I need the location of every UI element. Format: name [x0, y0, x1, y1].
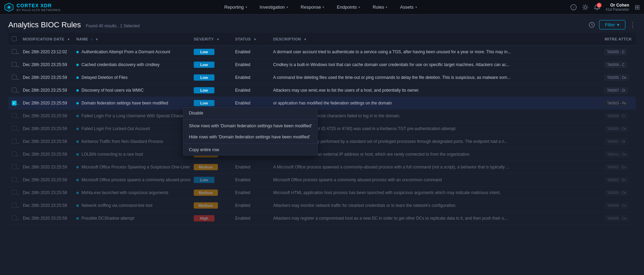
row-mitre: TA0011 - Co	[601, 148, 636, 161]
apps-grid-icon[interactable]: ⊞	[635, 3, 640, 11]
row-name: Domain federation settings have been mod…	[73, 97, 190, 110]
col-header-mitre[interactable]: Mitre Attck	[601, 33, 636, 46]
rule-indicator-dot	[76, 89, 79, 92]
table-row[interactable]: Dec 28th 2020 23:25:59Failed Login For a…	[8, 110, 636, 122]
table-row[interactable]: Dec 28th 2020 23:25:59LOLBIN connecting …	[8, 148, 636, 161]
row-date: Dec 28th 2020 23:25:59	[19, 97, 73, 110]
row-name: Failed Login For a Long Username With Sp…	[73, 110, 190, 122]
row-date: Dec 28th 2020 23:25:59	[19, 161, 73, 174]
svg-point-5	[584, 6, 586, 8]
row-checkbox[interactable]	[12, 139, 17, 144]
rule-indicator-dot	[76, 64, 79, 66]
row-date: Dec 28th 2020 23:25:58	[19, 186, 73, 199]
col-header-severity[interactable]: Severity ▼	[190, 33, 232, 46]
row-checkbox-cell	[8, 212, 19, 225]
nav-response[interactable]: Response ▾	[295, 0, 331, 15]
nav-rules[interactable]: Rules ▾	[366, 0, 394, 15]
row-checkbox[interactable]	[12, 152, 17, 156]
col-header-status[interactable]: Status ▼	[232, 33, 270, 46]
rule-indicator-dot	[76, 166, 79, 168]
settings-icon[interactable]	[582, 4, 588, 10]
desc-filter-icon[interactable]: ▼	[304, 38, 307, 41]
row-checkbox[interactable]	[12, 49, 17, 54]
table-row[interactable]: ✓Dec 28th 2020 23:25:59Domain federation…	[8, 97, 636, 110]
row-checkbox[interactable]	[12, 113, 17, 118]
row-checkbox[interactable]	[12, 164, 17, 169]
more-options-icon[interactable]: ⋮	[629, 21, 636, 29]
select-all-checkbox[interactable]	[12, 36, 17, 41]
date-filter-icon[interactable]: ▼	[67, 38, 70, 41]
row-status: Enabled	[232, 84, 270, 97]
severity-badge: Low	[194, 87, 214, 93]
row-checkbox[interactable]: ✓	[12, 101, 17, 106]
row-checkbox-cell	[8, 84, 19, 97]
filter-chevron-icon: ▾	[617, 22, 619, 27]
row-date: Dec 28th 2020 23:25:59	[19, 110, 73, 122]
rule-indicator-dot	[76, 51, 79, 53]
table-row[interactable]: Dec 28th 2020 23:25:59Delayed Deletion o…	[8, 71, 636, 84]
row-status: Enabled	[232, 186, 270, 199]
table-row[interactable]: Dec 28th 2020 23:25:59Network sniffing v…	[8, 199, 636, 212]
row-name: Failed Login For Locked-Out Account	[73, 122, 190, 135]
nav-assets[interactable]: Assets ▾	[394, 0, 423, 15]
mitre-tag: TA0002 - Ex	[605, 177, 628, 183]
severity-badge: Low	[194, 177, 214, 183]
row-name: Discovery of host users via WMIC	[73, 84, 190, 97]
row-checkbox[interactable]	[12, 216, 17, 220]
chevron-down-icon: ▾	[386, 6, 387, 9]
row-description: A command line deleting files used the t…	[270, 71, 601, 84]
row-checkbox[interactable]	[12, 75, 17, 80]
context-menu-disable[interactable]: Disable	[183, 108, 317, 119]
table-row[interactable]: Dec 28th 2020 23:25:59Failed Login For L…	[8, 122, 636, 135]
row-status: Enabled	[232, 174, 270, 186]
row-checkbox[interactable]	[12, 177, 17, 182]
select-all-header[interactable]	[8, 33, 19, 46]
row-severity: High	[190, 212, 232, 225]
status-filter-icon[interactable]: ▼	[253, 38, 257, 41]
table-row[interactable]: Dec 28th 2020 23:25:59Possible DCShadow …	[8, 212, 636, 225]
table-row[interactable]: Dec 28th 2020 23:25:58Kerberos Traffic f…	[8, 135, 636, 148]
notification-icon[interactable]: 1	[594, 4, 600, 10]
row-description: Cmdkey is a built-in Windows tool that c…	[270, 58, 601, 71]
row-severity: Low	[190, 58, 232, 71]
col-header-description[interactable]: Description ▼	[270, 33, 601, 46]
row-checkbox[interactable]	[12, 203, 17, 208]
name-sort-icon[interactable]: ↕	[91, 37, 93, 41]
row-mitre: TA0003 - Pe	[601, 97, 636, 110]
severity-filter-icon[interactable]: ▼	[217, 38, 220, 41]
nav-endpoints[interactable]: Endpoints ▾	[330, 0, 366, 15]
filter-button[interactable]: Filter ▾	[599, 20, 625, 29]
row-checkbox[interactable]	[12, 62, 17, 67]
results-label: Found 40 results , 1 Selected	[86, 24, 140, 28]
row-date: Dec 28th 2020 23:25:59	[19, 84, 73, 97]
rule-indicator-dot	[76, 128, 79, 130]
table-row[interactable]: Dec 28th 2020 23:12:02Authentication Att…	[8, 46, 636, 58]
row-name: Cached credentials discovery with cmdkey	[73, 58, 190, 71]
logo[interactable]: CORTEX XDR BY PALO ALTO NETWORKS	[4, 2, 60, 12]
table-row[interactable]: Dec 28th 2020 23:25:59Microsoft Office p…	[8, 174, 636, 186]
col-header-date[interactable]: Modification Date ▼	[19, 33, 73, 46]
mitre-tag: TA0002 - Ex	[605, 164, 628, 170]
cortex-logo-icon	[4, 2, 14, 12]
row-severity: Medium	[190, 199, 232, 212]
clock-icon[interactable]	[589, 22, 595, 28]
row-date: Dec 28th 2020 23:25:59	[19, 148, 73, 161]
row-checkbox[interactable]	[12, 88, 17, 92]
row-name: Kerberos Traffic from Non-Standard Proce…	[73, 135, 190, 148]
name-filter-icon[interactable]: ▼	[95, 38, 98, 41]
col-header-name[interactable]: Name ↕ ▼	[73, 33, 190, 46]
help-icon[interactable]: ?	[570, 4, 577, 10]
table-row[interactable]: Dec 28th 2020 23:25:59Cached credentials…	[8, 58, 636, 71]
rule-indicator-dot	[76, 179, 79, 181]
nav-investigation[interactable]: Investigation ▾	[253, 0, 295, 15]
nav-reporting[interactable]: Reporting ▾	[218, 0, 253, 15]
context-menu-show-rows[interactable]: Show rows with 'Domain federation settin…	[183, 120, 317, 131]
row-checkbox[interactable]	[12, 190, 17, 195]
context-menu-copy-row[interactable]: Copy entire row	[183, 144, 317, 155]
table-row[interactable]: Dec 28th 2020 23:25:59Microsoft Office P…	[8, 161, 636, 174]
table-row[interactable]: Dec 28th 2020 23:25:59Discovery of host …	[8, 84, 636, 97]
table-row[interactable]: Dec 28th 2020 23:25:58Mshta.exe launched…	[8, 186, 636, 199]
context-menu-hide-rows[interactable]: Hide rows with 'Domain federation settin…	[183, 131, 317, 143]
row-checkbox[interactable]	[12, 126, 17, 131]
severity-badge: Low	[194, 62, 214, 68]
